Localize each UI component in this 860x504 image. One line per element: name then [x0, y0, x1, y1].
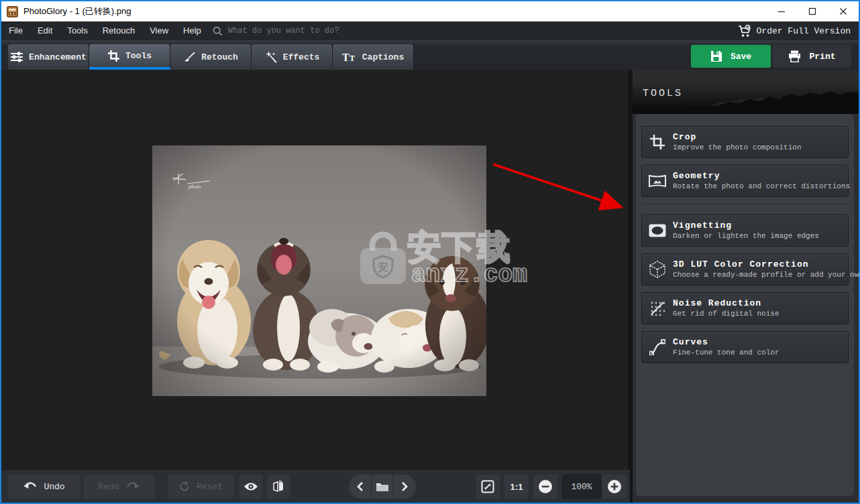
- tool-title: Curves: [673, 337, 779, 348]
- preview-original-button[interactable]: [239, 475, 262, 499]
- tab-enhancement[interactable]: Enhancement: [8, 44, 89, 70]
- tab-label: Retouch: [201, 52, 238, 62]
- before-after-icon: [272, 481, 284, 493]
- tool-desc: Get rid of digital noise: [673, 309, 779, 318]
- print-label: Print: [809, 52, 835, 62]
- menu-help[interactable]: Help: [176, 21, 209, 40]
- menu-bar: File Edit Tools Retouch View Help What d…: [1, 21, 859, 40]
- tools-panel-title: TOOLS: [643, 88, 683, 99]
- tab-retouch[interactable]: Retouch: [170, 44, 252, 70]
- vignetting-icon: [649, 224, 666, 237]
- chevron-left-icon: [357, 482, 363, 491]
- fit-screen-icon: [481, 480, 494, 493]
- svg-text:T: T: [350, 54, 355, 63]
- geometry-icon: [649, 174, 666, 188]
- curves-icon: [649, 339, 665, 355]
- ratio-label: 1:1: [510, 482, 523, 492]
- save-button[interactable]: Save: [691, 45, 771, 68]
- order-label: Order Full Version: [757, 26, 851, 36]
- zoom-in-button[interactable]: [602, 475, 627, 499]
- tool-noise-reduction[interactable]: Noise Reduction Get rid of digital noise: [641, 292, 849, 324]
- open-folder-button[interactable]: [371, 475, 394, 499]
- undo-label: Undo: [44, 482, 64, 492]
- app-icon: [7, 6, 18, 17]
- maximize-button[interactable]: [797, 1, 828, 21]
- tool-geometry[interactable]: Geometry Rotate the photo and correct di…: [641, 165, 849, 197]
- tool-desc: Choose a ready-made profile or add your …: [673, 270, 848, 279]
- tool-crop[interactable]: Crop Improve the photo composition: [641, 126, 849, 158]
- svg-text:T: T: [342, 52, 350, 63]
- photo-puppies: photo: [152, 145, 486, 396]
- search-box[interactable]: What do you want to do?: [213, 26, 339, 36]
- chevron-right-icon: [402, 482, 408, 491]
- redo-button[interactable]: Redo: [83, 475, 154, 499]
- tool-desc: Darken or lighten the image edges: [673, 231, 819, 241]
- tool-title: Crop: [673, 132, 801, 143]
- tool-3d-lut[interactable]: 3D LUT Color Correction Choose a ready-m…: [641, 253, 849, 286]
- menu-tools[interactable]: Tools: [60, 21, 95, 40]
- redo-label: Redo: [98, 482, 119, 492]
- undo-button[interactable]: Undo: [8, 475, 80, 499]
- print-button[interactable]: Print: [773, 45, 851, 68]
- app-window: PhotoGlory - 1 (已转换).png File Edit Tools…: [0, 0, 860, 504]
- floppy-icon: [710, 50, 722, 62]
- tab-effects[interactable]: Effects: [252, 44, 333, 70]
- reset-label: Reset: [197, 482, 223, 492]
- zoom-level: 100%: [562, 475, 601, 499]
- tools-panel-header: TOOLS: [633, 70, 859, 114]
- zoom-out-button[interactable]: [533, 475, 557, 499]
- fit-screen-button[interactable]: [476, 475, 500, 499]
- printer-icon: [788, 50, 801, 62]
- redo-icon: [126, 482, 140, 491]
- tools-panel: TOOLS Crop Improve the photo composition: [633, 70, 859, 503]
- crop-icon: [649, 134, 665, 150]
- close-button[interactable]: [828, 1, 859, 21]
- menu-edit[interactable]: Edit: [30, 21, 60, 40]
- tool-vignetting[interactable]: Vignetting Darken or lighten the image e…: [641, 214, 849, 247]
- photo-canvas: photo: [1, 70, 628, 503]
- actual-size-button[interactable]: 1:1: [504, 475, 529, 499]
- next-photo-button[interactable]: [393, 475, 416, 499]
- text-icon: T T: [342, 52, 357, 63]
- search-icon: [213, 26, 223, 36]
- tool-curves[interactable]: Curves Fine-tune tone and color: [641, 331, 849, 363]
- save-label: Save: [731, 52, 751, 62]
- plus-icon: [607, 479, 622, 494]
- tab-label: Effects: [283, 52, 320, 62]
- noise-icon: [649, 300, 665, 316]
- folder-icon: [376, 482, 389, 492]
- photo-navigator: [349, 475, 416, 499]
- menu-view[interactable]: View: [142, 21, 176, 40]
- tool-desc: Rotate the photo and correct distortions: [673, 182, 848, 191]
- tools-list: Crop Improve the photo composition Geome…: [636, 114, 854, 496]
- before-after-button[interactable]: [267, 475, 290, 499]
- sliders-icon: [10, 51, 23, 63]
- bottom-toolbar: Undo Redo Reset: [1, 469, 630, 503]
- canvas-panel-divider: [628, 70, 633, 503]
- lut-cube-icon: [649, 261, 665, 278]
- tool-title: 3D LUT Color Correction: [673, 259, 848, 270]
- tab-bar: Enhancement Tools Retouch Effects: [1, 40, 859, 70]
- reset-icon: [179, 481, 190, 492]
- tab-captions[interactable]: T T Captions: [333, 44, 414, 70]
- cart-icon: [738, 25, 753, 38]
- prev-photo-button[interactable]: [349, 475, 371, 499]
- tool-title: Vignetting: [673, 220, 819, 231]
- tool-desc: Fine-tune tone and color: [673, 348, 779, 357]
- brush-icon: [183, 51, 196, 64]
- undo-icon: [23, 482, 37, 491]
- minimize-button[interactable]: [766, 1, 797, 21]
- tools-group-divider: [643, 204, 847, 205]
- tool-title: Geometry: [673, 171, 848, 182]
- tab-tools[interactable]: Tools: [89, 44, 170, 70]
- tab-label: Tools: [125, 51, 152, 61]
- menu-file[interactable]: File: [1, 21, 30, 40]
- reset-button[interactable]: Reset: [168, 475, 234, 499]
- search-placeholder: What do you want to do?: [228, 26, 339, 36]
- tool-title: Noise Reduction: [673, 298, 779, 309]
- menu-retouch[interactable]: Retouch: [95, 21, 142, 40]
- order-full-version[interactable]: Order Full Version: [738, 25, 851, 38]
- main-area: photo: [1, 70, 859, 503]
- window-title: PhotoGlory - 1 (已转换).png: [23, 5, 131, 17]
- window-controls: [766, 1, 859, 21]
